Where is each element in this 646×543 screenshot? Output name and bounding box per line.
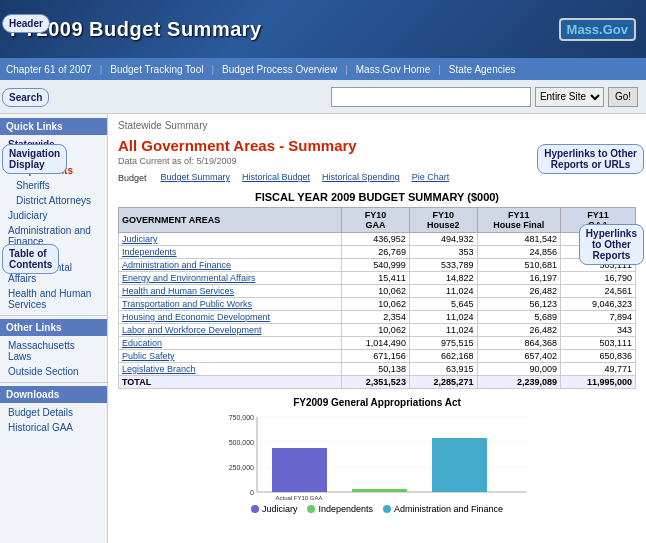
table-cell-value: 24,561: [561, 285, 636, 298]
table-cell-value: 540,999: [342, 259, 410, 272]
search-bar: Entire Site Go!: [0, 80, 646, 114]
table-cell-value: 11,995,000: [561, 376, 636, 389]
nav-item-tracking[interactable]: Budget Tracking Tool: [110, 64, 203, 75]
hyperlinks2-annotation: Hyperlinks to Other Reports: [579, 224, 644, 265]
table-cell-area: Health and Human Services: [119, 285, 342, 298]
table-row: Administration and Finance540,999533,789…: [119, 259, 636, 272]
nav-item-agencies[interactable]: State Agencies: [449, 64, 516, 75]
svg-text:750,000: 750,000: [229, 414, 254, 421]
table-cell-value: 494,932: [409, 233, 477, 246]
table-row: TOTAL2,351,5232,285,2712,239,08911,995,0…: [119, 376, 636, 389]
chart-bar-independents: [352, 489, 407, 492]
table-cell-value: 50,138: [342, 363, 410, 376]
table-cell-area: Administration and Finance: [119, 259, 342, 272]
nav-item-process[interactable]: Budget Process Overview: [222, 64, 337, 75]
legend-dot-judiciary: [251, 505, 259, 513]
svg-text:Actual FY10 GAA: Actual FY10 GAA: [275, 495, 322, 501]
search-input[interactable]: [331, 87, 531, 107]
downloads-title: Downloads: [0, 386, 107, 403]
table-cell-value: 24,856: [477, 246, 560, 259]
table-title: FISCAL YEAR 2009 BUDGET SUMMARY ($000): [118, 191, 636, 203]
budget-label: Budget: [118, 173, 147, 183]
table-cell-value: 90,009: [477, 363, 560, 376]
legend-admin: Administration and Finance: [383, 504, 503, 514]
report-link-historical-spending[interactable]: Historical Spending: [322, 172, 400, 183]
legend-label-judiciary: Judiciary: [262, 504, 298, 514]
main-layout: Quick Links Statewide Summary Independen…: [0, 114, 646, 543]
report-link-historical-budget[interactable]: Historical Budget: [242, 172, 310, 183]
report-link-budget-summary[interactable]: Budget Summary: [161, 172, 231, 183]
sidebar-link-budget-details[interactable]: Budget Details: [0, 405, 107, 420]
table-cell-value: 510,681: [477, 259, 560, 272]
content-area: Statewide Summary All Government Areas -…: [108, 114, 646, 543]
quick-links-title: Quick Links: [0, 118, 107, 135]
sidebar-divider-2: [0, 382, 107, 383]
table-cell-area: Transportation and Public Works: [119, 298, 342, 311]
search-annotation: Search: [2, 88, 49, 107]
table-cell-value: 2,354: [342, 311, 410, 324]
table-cell-value: 975,515: [409, 337, 477, 350]
chart-legend: Judiciary Independents Administration an…: [118, 504, 636, 514]
sidebar-link-judiciary[interactable]: Judiciary: [0, 208, 107, 223]
toc-annotation: Table of Contents: [2, 244, 59, 274]
table-cell-value: 26,482: [477, 324, 560, 337]
legend-judiciary: Judiciary: [251, 504, 298, 514]
chart-title: FY2009 General Appropriations Act: [118, 397, 636, 408]
table-cell-area: Labor and Workforce Development: [119, 324, 342, 337]
table-cell-value: 9,046,323: [561, 298, 636, 311]
sidebar-link-historical-gaa[interactable]: Historical GAA: [0, 420, 107, 435]
table-cell-value: 657,402: [477, 350, 560, 363]
table-cell-value: 16,790: [561, 272, 636, 285]
table-cell-value: 5,645: [409, 298, 477, 311]
chart-container: FY2009 General Appropriations Act 750,00…: [118, 397, 636, 514]
table-cell-value: 671,156: [342, 350, 410, 363]
search-select[interactable]: Entire Site: [535, 87, 604, 107]
table-cell-value: 56,123: [477, 298, 560, 311]
sidebar-link-da[interactable]: District Attorneys: [0, 193, 107, 208]
table-cell-value: 7,894: [561, 311, 636, 324]
chart-bar-admin: [432, 438, 487, 492]
table-cell-value: 10,062: [342, 298, 410, 311]
table-cell-value: 15,411: [342, 272, 410, 285]
table-cell-value: 481,542: [477, 233, 560, 246]
col-header-fy10-gaa: FY10GAA: [342, 208, 410, 233]
other-links-title: Other Links: [0, 319, 107, 336]
table-row: Legislative Branch50,13863,91590,00949,7…: [119, 363, 636, 376]
hyperlinks1-annotation: Hyperlinks to Other Reports or URLs: [537, 144, 644, 174]
table-cell-value: 1,014,490: [342, 337, 410, 350]
header-section: FY2009 Budget Summary Mass.Gov Header: [0, 0, 646, 58]
table-row: Housing and Economic Development2,35411,…: [119, 311, 636, 324]
table-cell-area: TOTAL: [119, 376, 342, 389]
nav-item-massgov[interactable]: Mass.Gov Home: [356, 64, 430, 75]
table-cell-area: Education: [119, 337, 342, 350]
table-row: Energy and Environmental Affairs15,41114…: [119, 272, 636, 285]
table-row: Health and Human Services10,06211,02426,…: [119, 285, 636, 298]
sidebar-link-outside[interactable]: Outside Section: [0, 364, 107, 379]
search-go-button[interactable]: Go!: [608, 87, 638, 107]
report-link-pie-chart[interactable]: Pie Chart: [412, 172, 450, 183]
table-cell-value: 2,239,089: [477, 376, 560, 389]
legend-independents: Independents: [307, 504, 373, 514]
col-header-fy11-house: FY11House Final: [477, 208, 560, 233]
table-cell-value: 343: [561, 324, 636, 337]
table-cell-area: Judiciary: [119, 233, 342, 246]
sidebar-link-sheriffs[interactable]: Sheriffs: [0, 178, 107, 193]
logo-text: Mass.: [567, 22, 603, 37]
table-cell-value: 11,024: [409, 311, 477, 324]
sidebar-link-ma-laws[interactable]: Massachusetts Laws: [0, 338, 107, 364]
chart-svg: 750,000 500,000 250,000 0: [222, 412, 532, 502]
table-cell-value: 2,285,271: [409, 376, 477, 389]
outer-wrapper: FY2009 Budget Summary Mass.Gov Header Ch…: [0, 0, 646, 543]
table-cell-value: 864,368: [477, 337, 560, 350]
nav-item-chapter[interactable]: Chapter 61 of 2007: [6, 64, 92, 75]
table-cell-value: 26,769: [342, 246, 410, 259]
nav-bar: Chapter 61 of 2007 | Budget Tracking Too…: [0, 58, 646, 80]
header-annotation: Header: [2, 14, 50, 33]
table-row: Labor and Workforce Development10,06211,…: [119, 324, 636, 337]
sidebar-link-health[interactable]: Health and Human Services: [0, 286, 107, 312]
table-cell-value: 11,024: [409, 324, 477, 337]
legend-label-independents: Independents: [318, 504, 373, 514]
table-body: Judiciary436,952494,932481,542474,685Ind…: [119, 233, 636, 389]
table-cell-value: 16,197: [477, 272, 560, 285]
table-cell-area: Public Safety: [119, 350, 342, 363]
